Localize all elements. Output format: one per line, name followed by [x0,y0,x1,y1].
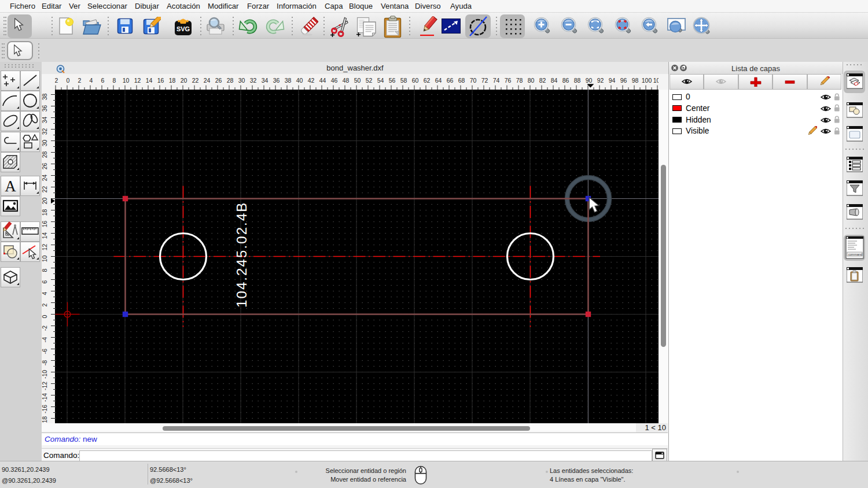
svg-text:64: 64 [435,77,442,84]
svg-text:0: 0 [42,315,48,318]
svg-text:-10: -10 [42,370,48,379]
svg-text:-12: -12 [42,382,48,390]
svg-text:70: 70 [470,77,477,84]
svg-text:32: 32 [250,77,257,84]
svg-text:56: 56 [389,77,396,84]
svg-text:14: 14 [146,77,153,84]
svg-text:100: 100 [642,77,652,84]
svg-text:50: 50 [354,77,361,84]
svg-text:16: 16 [42,221,48,228]
svg-text:82: 82 [539,77,546,84]
svg-text:46: 46 [331,77,338,84]
svg-text:92: 92 [597,77,604,84]
svg-text:command: command [848,253,862,256]
svg-text:42: 42 [308,77,315,84]
svg-text:90: 90 [586,77,593,84]
svg-text:76: 76 [505,77,512,84]
svg-text:68: 68 [458,77,465,84]
svg-text:A: A [5,178,16,195]
svg-text:0: 0 [67,77,70,84]
svg-text:58: 58 [400,77,407,84]
svg-text:4: 4 [90,77,93,84]
svg-text:74: 74 [493,77,500,84]
svg-text:-6: -6 [42,349,48,354]
svg-text:98: 98 [632,77,639,84]
svg-text:-8: -8 [42,360,48,365]
svg-text:26: 26 [42,163,48,170]
svg-text:60: 60 [412,77,419,84]
svg-text:38: 38 [42,94,48,101]
svg-text:22: 22 [192,77,199,84]
svg-text:-16: -16 [42,405,48,413]
svg-text:52: 52 [366,77,373,84]
svg-text:104.245.02.4B: 104.245.02.4B [234,202,249,308]
svg-text:8: 8 [42,268,48,272]
svg-text:26: 26 [215,77,222,84]
svg-text:20: 20 [42,198,48,205]
svg-text:30: 30 [42,140,48,147]
svg-text:34: 34 [42,117,48,124]
svg-text:86: 86 [562,77,569,84]
svg-text:84: 84 [551,77,558,84]
svg-text:96: 96 [620,77,627,84]
svg-text:24: 24 [42,175,48,182]
svg-text:54: 54 [377,77,384,84]
svg-text:36: 36 [42,105,48,112]
svg-text:78: 78 [516,77,523,84]
svg-text:12: 12 [42,244,48,251]
svg-text:48: 48 [343,77,350,84]
svg-text:94: 94 [609,77,616,84]
svg-text:72: 72 [481,77,488,84]
svg-text:32: 32 [42,128,48,135]
svg-text:16: 16 [157,77,164,84]
svg-text:18: 18 [42,209,48,216]
svg-text:4: 4 [42,291,48,295]
svg-text:36: 36 [273,77,280,84]
svg-text:18: 18 [169,77,176,84]
svg-text:2: 2 [55,77,58,84]
svg-text:44: 44 [319,77,326,84]
svg-text:22: 22 [42,186,48,193]
svg-text:62: 62 [424,77,431,84]
svg-text:24: 24 [204,77,211,84]
svg-text:88: 88 [574,77,581,84]
svg-text:8: 8 [113,77,116,84]
svg-text:-18: -18 [42,416,48,423]
svg-text:2: 2 [78,77,82,84]
svg-text:-4: -4 [42,337,48,342]
svg-text:28: 28 [227,77,234,84]
svg-text:20: 20 [181,77,187,84]
svg-text:14: 14 [42,232,48,239]
svg-text:10: 10 [123,77,130,84]
svg-text:SVG: SVG [176,25,190,32]
svg-text:38: 38 [285,77,292,84]
svg-text:66: 66 [447,77,454,84]
svg-text:40: 40 [296,77,303,84]
svg-text:12: 12 [134,77,141,84]
svg-text:80: 80 [528,77,535,84]
svg-text:-2: -2 [42,326,48,331]
svg-text:10: 10 [42,256,48,263]
svg-text:6: 6 [101,77,105,84]
svg-text:102: 102 [653,77,659,84]
svg-text:28: 28 [42,151,48,158]
svg-text:-14: -14 [42,393,48,402]
svg-text:6: 6 [42,280,48,283]
svg-text:2: 2 [42,303,48,306]
svg-text:34: 34 [262,77,269,84]
svg-text:30: 30 [238,77,245,84]
